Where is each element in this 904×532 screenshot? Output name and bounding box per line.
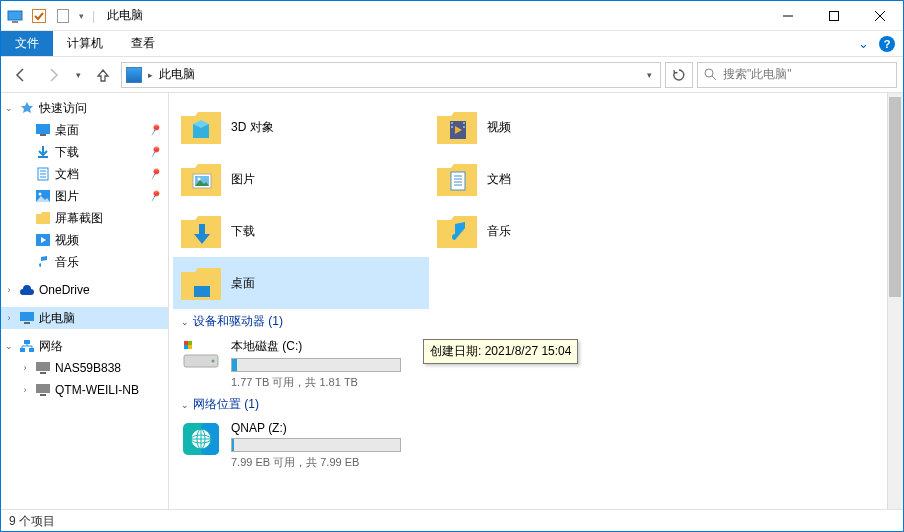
section-network[interactable]: ⌄网络位置 (1) (173, 392, 887, 417)
tree-onedrive[interactable]: ›OneDrive (1, 279, 168, 301)
checkbox-icon[interactable] (31, 8, 47, 24)
svg-line-9 (712, 76, 716, 80)
svg-rect-27 (36, 384, 50, 393)
download-icon (35, 144, 51, 160)
close-button[interactable] (857, 1, 903, 31)
up-button[interactable] (89, 61, 117, 89)
tree-downloads[interactable]: 下载📍 (1, 141, 168, 163)
tree-desktop[interactable]: 桌面📍 (1, 119, 168, 141)
navigation-bar: ▾ ▸ 此电脑 ▾ 搜索"此电脑" (1, 57, 903, 93)
this-pc-icon (126, 67, 142, 83)
tree-quick-access[interactable]: ⌄快速访问 (1, 97, 168, 119)
navigation-pane: ⌄快速访问 桌面📍 下载📍 文档📍 图片📍 屏幕截图 视频 音乐 ›OneDri… (1, 93, 169, 509)
quick-access-toolbar: ▾ | (1, 8, 101, 24)
back-button[interactable] (7, 61, 35, 89)
tree-music[interactable]: 音乐 (1, 251, 168, 273)
pin-icon: 📍 (146, 143, 165, 161)
svg-rect-32 (451, 126, 453, 128)
forward-button[interactable] (39, 61, 67, 89)
folder-downloads[interactable]: 下载 (173, 205, 429, 257)
svg-rect-43 (194, 286, 210, 297)
search-input[interactable]: 搜索"此电脑" (697, 62, 897, 88)
search-icon (704, 68, 717, 81)
tree-network[interactable]: ⌄网络 (1, 335, 168, 357)
pin-icon: 📍 (146, 165, 165, 183)
folder-videos[interactable]: 视频 (429, 101, 685, 153)
folder-videos-icon (435, 107, 479, 147)
folders-section: 3D 对象 视频 图片 文档 下载 (173, 101, 887, 309)
svg-rect-46 (184, 341, 188, 345)
svg-rect-33 (463, 122, 465, 124)
folder-documents[interactable]: 文档 (429, 153, 685, 205)
refresh-button[interactable] (665, 62, 693, 88)
this-pc-icon (19, 310, 35, 326)
svg-rect-2 (33, 9, 46, 22)
svg-rect-48 (184, 345, 188, 349)
folder-desktop[interactable]: 桌面 (173, 257, 429, 309)
disk-icon (179, 336, 223, 376)
minimize-button[interactable] (765, 1, 811, 31)
picture-icon (35, 188, 51, 204)
cloud-icon (19, 282, 35, 298)
monitor-icon (7, 8, 23, 24)
star-icon (19, 100, 35, 116)
svg-point-18 (39, 193, 42, 196)
title-bar: ▾ | 此电脑 (1, 1, 903, 31)
tree-screenshots[interactable]: 屏幕截图 (1, 207, 168, 229)
drive-subtext: 7.99 EB 可用，共 7.99 EB (231, 455, 401, 470)
tab-view[interactable]: 查看 (117, 31, 169, 56)
maximize-button[interactable] (811, 1, 857, 31)
svg-rect-26 (40, 372, 46, 374)
folder-3d-objects[interactable]: 3D 对象 (173, 101, 429, 153)
breadcrumb-dropdown-icon[interactable]: ▸ (148, 70, 153, 80)
folder-documents-icon (435, 159, 479, 199)
svg-rect-38 (451, 172, 465, 190)
document-icon[interactable] (55, 8, 71, 24)
svg-rect-25 (36, 362, 50, 371)
svg-rect-34 (463, 126, 465, 128)
video-icon (35, 232, 51, 248)
address-dropdown-icon[interactable]: ▾ (643, 70, 656, 80)
content-pane[interactable]: 3D 对象 视频 图片 文档 下载 (169, 93, 903, 509)
scrollbar-thumb[interactable] (889, 97, 901, 297)
scrollbar[interactable] (887, 93, 903, 509)
drive-usage-bar (231, 438, 401, 452)
tree-pictures[interactable]: 图片📍 (1, 185, 168, 207)
desktop-icon (35, 122, 51, 138)
tree-this-pc[interactable]: ›此电脑 (1, 307, 168, 329)
qat-dropdown-icon[interactable]: ▾ (79, 11, 84, 21)
folder-label: 音乐 (487, 223, 511, 240)
svg-rect-24 (29, 348, 34, 352)
section-devices[interactable]: ⌄设备和驱动器 (1) (173, 309, 887, 334)
tree-documents[interactable]: 文档📍 (1, 163, 168, 185)
tree-qtm[interactable]: ›QTM-WEILI-NB (1, 379, 168, 401)
status-bar: 9 个项目 (1, 509, 903, 532)
tooltip: 创建日期: 2021/8/27 15:04 (423, 339, 578, 364)
folder-label: 文档 (487, 171, 511, 188)
folder-label: 图片 (231, 171, 255, 188)
help-icon[interactable]: ? (879, 36, 895, 52)
recent-dropdown-icon[interactable]: ▾ (71, 61, 85, 89)
document-icon (35, 166, 51, 182)
drive-c[interactable]: 本地磁盘 (C:) 1.77 TB 可用，共 1.81 TB (173, 334, 429, 392)
search-placeholder: 搜索"此电脑" (723, 66, 792, 83)
drive-z[interactable]: QNAP (Z:) 7.99 EB 可用，共 7.99 EB (173, 417, 429, 472)
svg-rect-10 (36, 124, 50, 134)
address-text[interactable]: 此电脑 (159, 66, 195, 83)
folder-music-icon (435, 211, 479, 251)
folder-downloads-icon (179, 211, 223, 251)
folder-desktop-icon (179, 263, 223, 303)
address-bar[interactable]: ▸ 此电脑 ▾ (121, 62, 661, 88)
tab-computer[interactable]: 计算机 (53, 31, 117, 56)
svg-rect-20 (20, 312, 34, 321)
folder-pictures[interactable]: 图片 (173, 153, 429, 205)
tree-nas[interactable]: ›NAS59B838 (1, 357, 168, 379)
window-title: 此电脑 (107, 7, 143, 24)
chevron-down-icon[interactable]: ⌄ (858, 36, 869, 51)
network-icon (19, 338, 35, 354)
svg-rect-22 (24, 340, 30, 344)
folder-music[interactable]: 音乐 (429, 205, 685, 257)
folder-label: 3D 对象 (231, 119, 274, 136)
tab-file[interactable]: 文件 (1, 31, 53, 56)
tree-videos[interactable]: 视频 (1, 229, 168, 251)
